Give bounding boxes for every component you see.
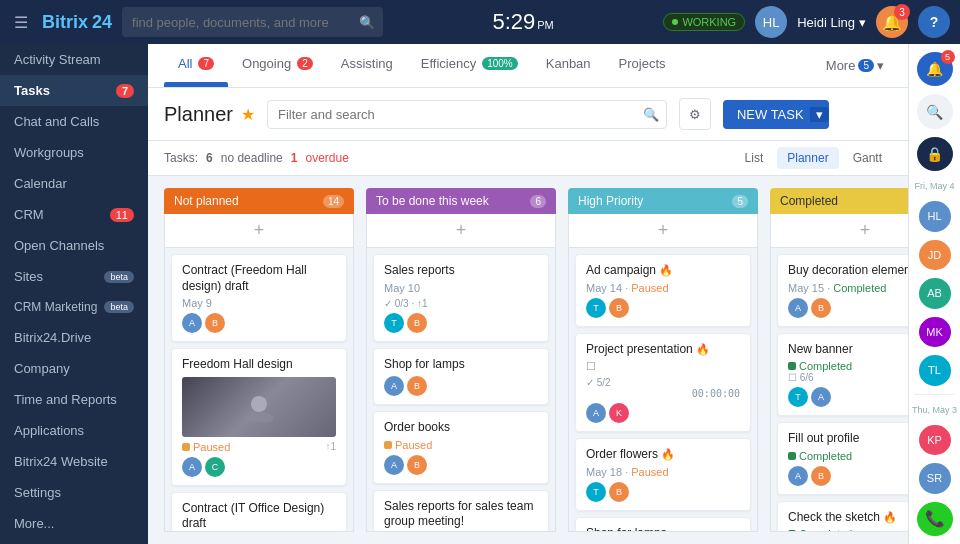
avatar: B <box>407 455 427 475</box>
svg-point-0 <box>251 396 267 412</box>
avatar: B <box>205 313 225 333</box>
col-add-completed[interactable]: + <box>770 214 908 248</box>
view-planner[interactable]: Planner <box>777 147 838 169</box>
sites-badge: beta <box>104 271 134 283</box>
avatar: A <box>182 457 202 477</box>
card-image <box>182 377 336 437</box>
col-add-not-planned[interactable]: + <box>164 214 354 248</box>
sidebar-item-crm-marketing[interactable]: CRM Marketing beta <box>0 292 148 322</box>
col-cards-to-be-done: Sales reports May 10 ✓ 0/3 · ↑1 T B Shop… <box>366 248 556 532</box>
avatar: A <box>182 313 202 333</box>
rp-date-fri: Fri, May 4 <box>914 179 954 193</box>
rp-avatar-1[interactable]: HL <box>919 201 951 232</box>
card-order-flowers: Order flowers 🔥 May 18 · Paused T B <box>575 438 751 511</box>
working-dot <box>672 19 678 25</box>
avatar: A <box>788 298 808 318</box>
tab-all[interactable]: All 7 <box>164 44 228 87</box>
card-sales-reports: Sales reports May 10 ✓ 0/3 · ↑1 T B <box>373 254 549 342</box>
card-order-books: Order books Paused A B <box>373 411 549 484</box>
card-freedom-hall-design: Freedom Hall design Paused ↑1 A <box>171 348 347 486</box>
tab-efficiency[interactable]: Efficiency 100% <box>407 44 532 87</box>
settings-button[interactable]: ⚙ <box>679 98 711 130</box>
sidebar-item-chat[interactable]: Chat and Calls <box>0 106 148 137</box>
help-button[interactable]: ? <box>918 6 950 38</box>
avatar: C <box>205 457 225 477</box>
new-task-dropdown[interactable]: ▾ <box>810 107 829 122</box>
notifications-button[interactable]: 🔔 3 <box>876 6 908 38</box>
card-shop-lamps-2: Shop for lamps May 14 A <box>575 517 751 532</box>
card-contract-it: Contract (IT Office Design) draft May 17… <box>171 492 347 532</box>
tab-kanban[interactable]: Kanban <box>532 44 605 87</box>
rp-search-button[interactable]: 🔍 <box>917 94 953 128</box>
sidebar-item-time-reports[interactable]: Time and Reports <box>0 384 148 415</box>
card-contract-freedom: Contract (Freedom Hall design) draft May… <box>171 254 347 342</box>
topbar: ☰ Bitrix24 🔍 5:29PM WORKING HL Heidi Lin… <box>0 0 960 44</box>
card-new-banner: New banner Completed ☐ 6/6 T A <box>777 333 908 417</box>
avatar: B <box>407 313 427 333</box>
column-completed: Completed 7 + Buy decoration elements Ma… <box>770 188 908 532</box>
filter-input[interactable] <box>267 100 667 129</box>
col-header-completed: Completed 7 <box>770 188 908 214</box>
view-buttons: List Planner Gantt <box>735 147 892 169</box>
sidebar-item-website[interactable]: Bitrix24 Website <box>0 446 148 477</box>
col-header-high-priority: High Priority 5 <box>568 188 758 214</box>
tab-projects[interactable]: Projects <box>605 44 680 87</box>
logo: Bitrix24 <box>42 12 112 33</box>
tab-all-badge: 7 <box>198 57 214 70</box>
card-project-presentation: Project presentation 🔥 ☐ ✓ 5/2 00:00:00 … <box>575 333 751 433</box>
rp-lock-button[interactable]: 🔒 <box>917 137 953 171</box>
right-panel: 🔔 5 🔍 🔒 Fri, May 4 HL JD AB MK TL Thu, M… <box>908 44 960 544</box>
sidebar-item-open-channels[interactable]: Open Channels <box>0 230 148 261</box>
card-check-sketch: Check the sketch 🔥 Completed ☐ 4/4 A C <box>777 501 908 532</box>
sidebar-item-company[interactable]: Company <box>0 353 148 384</box>
avatar: T <box>384 313 404 333</box>
tab-ongoing-badge: 2 <box>297 57 313 70</box>
col-cards-not-planned: Contract (Freedom Hall design) draft May… <box>164 248 354 532</box>
main-content: All 7 Ongoing 2 Assisting Efficiency 100… <box>148 44 908 544</box>
tab-ongoing[interactable]: Ongoing 2 <box>228 44 327 87</box>
notif-count: 3 <box>894 4 910 20</box>
rp-avatar-7[interactable]: SR <box>919 463 951 494</box>
sidebar-item-calendar[interactable]: Calendar <box>0 168 148 199</box>
tab-assisting[interactable]: Assisting <box>327 44 407 87</box>
avatar: B <box>407 376 427 396</box>
avatar: A <box>788 466 808 486</box>
col-add-high-priority[interactable]: + <box>568 214 758 248</box>
star-icon[interactable]: ★ <box>241 105 255 124</box>
rp-avatar-6[interactable]: KP <box>919 425 951 456</box>
col-add-to-be-done[interactable]: + <box>366 214 556 248</box>
rp-phone-button[interactable]: 📞 <box>917 502 953 536</box>
tab-more[interactable]: More 5 ▾ <box>818 44 892 87</box>
sidebar-item-settings[interactable]: Settings <box>0 477 148 508</box>
sidebar-item-activity-stream[interactable]: Activity Stream <box>0 44 148 75</box>
search-wrap: 🔍 <box>122 7 383 37</box>
view-list[interactable]: List <box>735 147 774 169</box>
sidebar-item-more[interactable]: More... <box>0 508 148 539</box>
sidebar-item-drive[interactable]: Bitrix24.Drive <box>0 322 148 353</box>
view-bar: Tasks: 6 no deadline 1 overdue List Plan… <box>148 141 908 176</box>
planner-header: Planner ★ 🔍 ⚙ NEW TASK ▾ <box>148 88 908 141</box>
rp-notifications-button[interactable]: 🔔 5 <box>917 52 953 86</box>
rp-avatar-5[interactable]: TL <box>919 355 951 386</box>
user-avatar: HL <box>755 6 787 38</box>
sidebar-item-tasks[interactable]: Tasks 7 <box>0 75 148 106</box>
avatar: A <box>586 403 606 423</box>
rp-avatar-2[interactable]: JD <box>919 240 951 271</box>
sidebar-item-workgroups[interactable]: Workgroups <box>0 137 148 168</box>
col-cards-high-priority: Ad campaign 🔥 May 14 · Paused T B Projec… <box>568 248 758 532</box>
rp-divider <box>914 394 955 395</box>
hamburger-icon[interactable]: ☰ <box>10 9 32 36</box>
view-gantt[interactable]: Gantt <box>843 147 892 169</box>
tasks-badge: 7 <box>116 84 134 98</box>
sidebar-item-sites[interactable]: Sites beta <box>0 261 148 292</box>
rp-avatar-4[interactable]: MK <box>919 317 951 348</box>
col-cards-completed: Buy decoration elements May 15 · Complet… <box>770 248 908 532</box>
search-input[interactable] <box>122 7 383 37</box>
sidebar-item-crm[interactable]: CRM 11 <box>0 199 148 230</box>
rp-avatar-3[interactable]: AB <box>919 278 951 309</box>
user-name[interactable]: Heidi Ling ▾ <box>797 15 866 30</box>
new-task-button[interactable]: NEW TASK ▾ <box>723 100 829 129</box>
search-icon: 🔍 <box>359 15 375 30</box>
sidebar-item-applications[interactable]: Applications <box>0 415 148 446</box>
working-badge: WORKING <box>663 13 745 31</box>
